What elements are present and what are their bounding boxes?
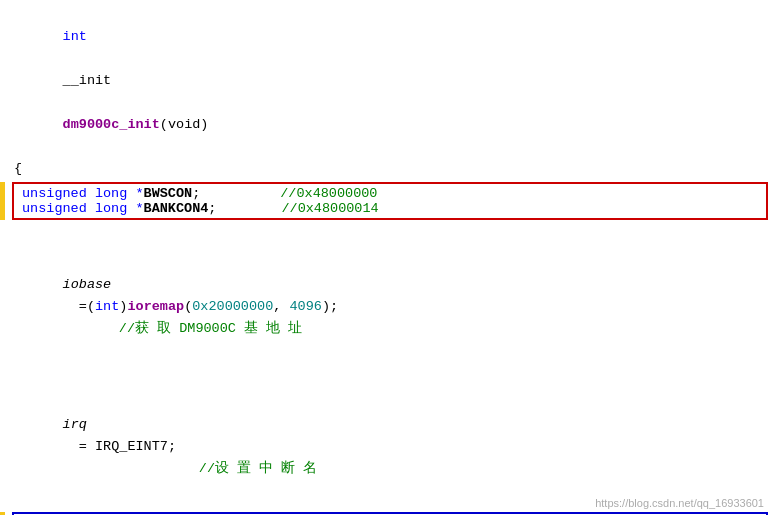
brace-code: { [8, 158, 772, 180]
ioremap-call-1: ioremap [127, 299, 184, 314]
type-unsigned-long-1: unsigned long * [22, 186, 144, 201]
blank-2 [0, 362, 772, 370]
type-unsigned-long-2: unsigned long * [22, 201, 144, 216]
irq-indent [63, 395, 83, 410]
int-cast: int [95, 299, 119, 314]
blank-line-1 [0, 222, 772, 230]
watermark: https://blog.csdn.net/qq_16933601 [595, 497, 764, 509]
irq-code: irq = IRQ_EINT7; //设 置 中 断 名 [8, 370, 772, 502]
code-container: int __init dm9000c_init(void) { unsigned… [0, 0, 772, 515]
var-bwscon: BWSCON [144, 186, 193, 201]
iobase-code: iobase =(int)ioremap(0x20000000, 4096); … [8, 230, 772, 362]
header-params: (void) [160, 117, 209, 132]
hex-20000000: 0x20000000 [192, 299, 273, 314]
red-box-line1: unsigned long *BWSCON; //0x48000000 [22, 186, 758, 201]
brace-line: { [0, 158, 772, 180]
red-box-section: unsigned long *BWSCON; //0x48000000 unsi… [0, 182, 772, 220]
irq-line: irq = IRQ_EINT7; //设 置 中 断 名 [0, 370, 772, 502]
header-code: int __init dm9000c_init(void) [8, 4, 772, 158]
function-name: dm9000c_init [63, 117, 160, 132]
gutter-redbox [0, 182, 8, 220]
comment-bankcon4: //0x48000014 [216, 201, 378, 216]
comment-irq: //设 置 中 断 名 [63, 461, 318, 476]
red-box-content: unsigned long *BWSCON; //0x48000000 unsi… [12, 182, 768, 220]
red-box-line2: unsigned long *BANKCON4; //0x48000014 [22, 201, 758, 216]
keyword-int: int [63, 29, 87, 44]
irq-var: irq [63, 417, 87, 432]
num-4096: 4096 [289, 299, 321, 314]
header-line: int __init dm9000c_init(void) [0, 4, 772, 158]
iobase-line: iobase =(int)ioremap(0x20000000, 4096); … [0, 230, 772, 362]
iobase-indent [63, 255, 83, 270]
init-keyword: __init [63, 73, 112, 88]
iobase-var: iobase [63, 277, 112, 292]
var-bankcon4: BANKCON4 [144, 201, 209, 216]
comment-iobase: //获 取 DM9000C 基 地 址 [63, 321, 303, 336]
comment-bwscon: //0x48000000 [200, 186, 377, 201]
